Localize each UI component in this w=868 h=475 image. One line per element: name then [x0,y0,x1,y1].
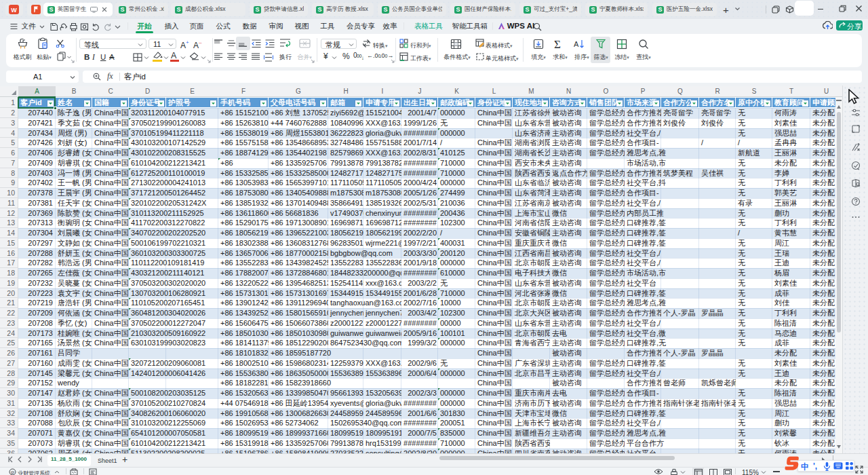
svg-text:A: A [574,40,579,48]
svg-text:W: W [11,7,17,14]
svg-text:@: @ [10,470,14,474]
